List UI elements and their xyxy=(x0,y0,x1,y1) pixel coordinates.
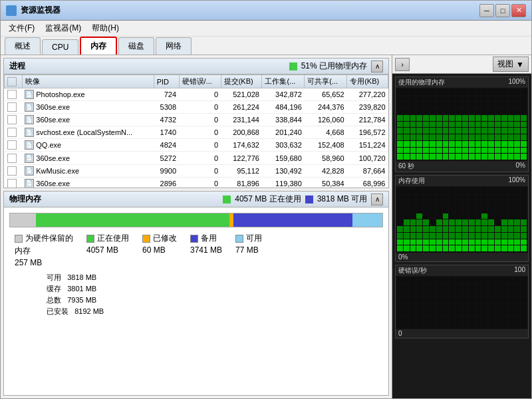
close-button[interactable]: ✕ xyxy=(511,4,526,17)
grid-cell xyxy=(416,102,422,108)
grid-cell xyxy=(469,134,475,140)
col-pid[interactable]: PID xyxy=(154,75,179,88)
tab-memory[interactable]: 内存 xyxy=(80,37,117,55)
row-checkbox[interactable] xyxy=(5,114,23,126)
grid-cell xyxy=(462,207,468,213)
grid-cell xyxy=(436,89,442,95)
table-row[interactable]: 📄360se.exe 5272 0 122,776 159,680 58,960… xyxy=(5,152,388,164)
grid-cell xyxy=(416,128,422,134)
grid-cell xyxy=(488,316,494,322)
minimize-button[interactable]: ─ xyxy=(479,4,494,17)
table-row[interactable]: 📄KwMusic.exe 9900 0 95,112 130,492 42,82… xyxy=(5,164,388,177)
col-hardfault[interactable]: 硬错误/... xyxy=(179,75,221,88)
tab-overview[interactable]: 概述 xyxy=(5,37,41,55)
grid-cell xyxy=(430,141,436,147)
grid-cell xyxy=(416,239,422,245)
legend-standby: 备用 3741 MB xyxy=(190,233,222,267)
col-commit[interactable]: 提交(KB) xyxy=(221,75,262,88)
grid-cell xyxy=(456,284,462,290)
grid-cell xyxy=(410,200,416,206)
row-pid: 5272 xyxy=(154,152,179,164)
row-shareable: 244,376 xyxy=(305,101,347,114)
graph1-grid xyxy=(396,88,528,161)
grid-cell xyxy=(410,277,416,283)
grid-cell xyxy=(481,102,487,108)
table-row[interactable]: 📄svchost.exe (LocalSystemN... 1740 0 200… xyxy=(5,126,388,139)
grid-cell xyxy=(481,303,487,309)
row-shareable: 42,828 xyxy=(305,164,347,177)
col-working[interactable]: 工作集(... xyxy=(262,75,305,88)
grid-cell xyxy=(404,239,410,245)
grid-cell xyxy=(443,213,449,219)
grid-cell xyxy=(456,194,462,200)
grid-cell xyxy=(501,322,507,328)
grid-cell xyxy=(404,141,410,147)
grid-cell xyxy=(508,207,514,213)
grid-cell xyxy=(423,194,429,200)
row-hardfault: 0 xyxy=(179,114,221,126)
table-row[interactable]: 📄360se.exe 4732 0 231,144 338,844 126,06… xyxy=(5,114,388,126)
grid-cell xyxy=(443,108,449,114)
process-table-wrapper[interactable]: 映像 PID 硬错误/... 提交(KB) 工作集(... 可共享(... 专用… xyxy=(4,74,388,188)
legend-hardware-label: 为硬件保留的 xyxy=(25,233,73,244)
table-row[interactable]: 📄360se.exe 5308 0 261,224 484,196 244,37… xyxy=(5,101,388,114)
grid-cell xyxy=(416,297,422,303)
process-collapse-button[interactable]: ∧ xyxy=(371,61,383,72)
grid-cell xyxy=(416,277,422,283)
grid-cell xyxy=(514,122,520,128)
col-private[interactable]: 专用(KB) xyxy=(347,75,388,88)
menu-file[interactable]: 文件(F) xyxy=(3,21,40,35)
row-checkbox[interactable] xyxy=(5,177,23,188)
grid-cell xyxy=(436,102,442,108)
grid-cell xyxy=(404,148,410,154)
table-row[interactable]: 📄Photoshop.exe 724 0 521,028 342,872 65,… xyxy=(5,88,388,101)
table-row[interactable]: 📄QQ.exe 4824 0 174,632 303,632 152,408 1… xyxy=(5,139,388,152)
legend-modified-label: 已修改 xyxy=(153,233,177,244)
col-image[interactable]: 映像 xyxy=(22,75,154,88)
grid-cell xyxy=(469,297,475,303)
col-shareable[interactable]: 可共享(... xyxy=(305,75,347,88)
grid-cell xyxy=(436,207,442,213)
maximize-button[interactable]: □ xyxy=(495,4,510,17)
row-checkbox[interactable] xyxy=(5,88,23,101)
right-expand-button[interactable]: › xyxy=(395,58,410,71)
grid-cell xyxy=(462,89,468,95)
view-button[interactable]: 视图 ▼ xyxy=(493,57,529,72)
grid-cell xyxy=(495,284,501,290)
tab-network[interactable]: 网络 xyxy=(156,37,192,55)
grid-cell xyxy=(495,303,501,309)
tab-disk[interactable]: 磁盘 xyxy=(118,37,154,55)
grid-cell xyxy=(436,233,442,239)
grid-cell xyxy=(508,128,514,134)
grid-cell xyxy=(514,297,520,303)
grid-cell xyxy=(521,316,527,322)
menu-monitor[interactable]: 监视器(M) xyxy=(40,21,86,35)
grid-cell xyxy=(430,154,436,160)
grid-cell xyxy=(462,297,468,303)
row-checkbox[interactable] xyxy=(5,152,23,164)
grid-cell xyxy=(449,290,455,296)
tab-cpu[interactable]: CPU xyxy=(42,39,78,55)
row-checkbox[interactable] xyxy=(5,126,23,139)
row-checkbox[interactable] xyxy=(5,139,23,152)
grid-cell xyxy=(508,194,514,200)
grid-cell xyxy=(481,290,487,296)
menu-help[interactable]: 帮助(H) xyxy=(86,21,124,35)
grid-cell xyxy=(462,303,468,309)
grid-cell xyxy=(514,303,520,309)
grid-cell xyxy=(416,134,422,140)
grid-cell xyxy=(514,89,520,95)
legend-row: 为硬件保留的 内存 257 MB 正在使用 4057 MB xyxy=(9,233,383,267)
grid-cell xyxy=(501,200,507,206)
grid-cell xyxy=(397,115,403,121)
graph2-min: 0% xyxy=(398,253,408,261)
grid-cell xyxy=(410,102,416,108)
grid-cell xyxy=(436,122,442,128)
grid-cell xyxy=(430,115,436,121)
row-checkbox[interactable] xyxy=(5,101,23,114)
memory-collapse-button[interactable]: ∧ xyxy=(371,194,383,205)
table-row[interactable]: 📄360se.exe 2896 0 81,896 119,380 50,384 … xyxy=(5,177,388,188)
grid-cell xyxy=(501,239,507,245)
row-checkbox[interactable] xyxy=(5,164,23,177)
grid-cell xyxy=(397,290,403,296)
